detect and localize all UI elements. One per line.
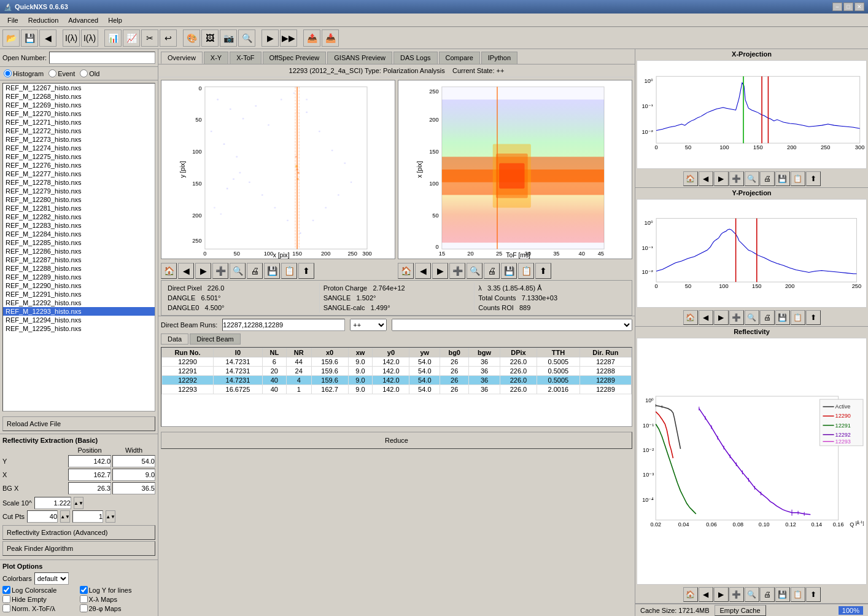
- x-position-input[interactable]: [68, 469, 111, 481]
- xp-mag-btn[interactable]: 🔍: [745, 171, 759, 186]
- rl-saveas-btn[interactable]: 📋: [791, 587, 805, 602]
- tab-ipython[interactable]: IPython: [481, 52, 517, 64]
- tab-xtof[interactable]: X-ToF: [230, 52, 261, 64]
- rl-cross-btn[interactable]: ➕: [729, 587, 744, 602]
- xp-fwd-btn[interactable]: ▶: [714, 171, 729, 186]
- lt-save-btn[interactable]: 💾: [264, 263, 280, 279]
- file-item[interactable]: REF_M_12283_histo.nxs: [3, 221, 155, 230]
- file-item[interactable]: REF_M_12285_histo.nxs: [3, 238, 155, 247]
- scale-input[interactable]: [34, 497, 71, 509]
- file-item[interactable]: REF_M_12282_histo.nxs: [3, 212, 155, 221]
- rt-save-btn[interactable]: 💾: [501, 263, 517, 279]
- tb-run2-btn[interactable]: ▶▶: [280, 29, 297, 47]
- rt-back-btn[interactable]: ◀: [415, 263, 431, 279]
- lt-print-btn[interactable]: 🖨: [247, 263, 263, 279]
- xp-up-btn[interactable]: ⬆: [806, 171, 821, 186]
- tb-iofq2-btn[interactable]: I(λ): [81, 29, 98, 47]
- file-item[interactable]: REF_M_12281_histo.nxs: [3, 204, 155, 212]
- radio-event[interactable]: Event: [48, 69, 75, 77]
- log-colorscale-check[interactable]: Log Colorscale: [2, 586, 79, 594]
- yp-home-btn[interactable]: 🏠: [683, 310, 698, 325]
- xp-save-btn[interactable]: 💾: [775, 171, 790, 186]
- lt-home-btn[interactable]: 🏠: [161, 263, 177, 279]
- radio-histogram[interactable]: Histogram: [4, 69, 44, 77]
- close-button[interactable]: ✕: [854, 2, 864, 11]
- lt-fwd-btn[interactable]: ▶: [195, 263, 211, 279]
- yp-print-btn[interactable]: 🖨: [760, 310, 775, 325]
- maximize-button[interactable]: □: [843, 2, 853, 11]
- file-item[interactable]: REF_M_12270_histo.nxs: [3, 109, 155, 118]
- table-row[interactable]: 1229214.7231404159.69.0142.054.02636226.…: [162, 376, 632, 385]
- rl-mag-btn[interactable]: 🔍: [745, 587, 759, 602]
- rl-up-btn[interactable]: ⬆: [806, 587, 821, 602]
- table-row[interactable]: 1229114.72312024159.69.0142.054.02636226…: [162, 367, 632, 376]
- cutpts-spinner2[interactable]: ▲▼: [106, 510, 115, 523]
- yp-save-btn[interactable]: 💾: [775, 310, 790, 325]
- xp-saveas-btn[interactable]: 📋: [791, 171, 805, 186]
- file-item[interactable]: REF_M_12279_histo.nxs: [3, 187, 155, 195]
- file-item[interactable]: REF_M_12268_histo.nxs: [3, 92, 155, 101]
- yp-saveas-btn[interactable]: 📋: [791, 310, 805, 325]
- file-item[interactable]: REF_M_12274_histo.nxs: [3, 144, 155, 152]
- cutpts-val1-input[interactable]: [27, 510, 58, 523]
- file-item[interactable]: REF_M_12271_histo.nxs: [3, 118, 155, 127]
- empty-cache-button[interactable]: Empty Cache: [715, 605, 766, 616]
- rt-print-btn[interactable]: 🖨: [484, 263, 500, 279]
- file-item[interactable]: REF_M_12278_histo.nxs: [3, 178, 155, 187]
- tb-zoom-btn[interactable]: 🔍: [238, 29, 255, 47]
- log-y-check[interactable]: Log Y for lines: [80, 586, 156, 594]
- rt-fwd-btn[interactable]: ▶: [432, 263, 448, 279]
- file-item[interactable]: REF_M_12291_histo.nxs: [3, 290, 155, 298]
- open-number-input[interactable]: [49, 52, 155, 64]
- lt-saveas-btn[interactable]: 📋: [281, 263, 297, 279]
- lt-back-btn[interactable]: ◀: [178, 263, 194, 279]
- yp-mag-btn[interactable]: 🔍: [745, 310, 759, 325]
- norm-check[interactable]: Norm. X-ToF/λ: [2, 604, 79, 612]
- file-item[interactable]: REF_M_12269_histo.nxs: [3, 101, 155, 109]
- reload-button[interactable]: Reload Active File: [2, 416, 155, 431]
- scale-spinner[interactable]: ▲▼: [74, 497, 83, 509]
- table-row[interactable]: 1229014.7231644159.69.0142.054.02636226.…: [162, 357, 632, 367]
- cutpts-spinner1[interactable]: ▲▼: [60, 510, 70, 523]
- file-item[interactable]: REF_M_12277_histo.nxs: [3, 170, 155, 178]
- direct-beam-input[interactable]: [222, 319, 345, 331]
- file-item[interactable]: REF_M_12294_histo.nxs: [3, 316, 155, 324]
- yp-back-btn[interactable]: ◀: [699, 310, 713, 325]
- xp-home-btn[interactable]: 🏠: [683, 171, 698, 186]
- rt-up-btn[interactable]: ⬆: [535, 263, 551, 279]
- bgx-position-input[interactable]: [68, 482, 111, 494]
- radio-old[interactable]: Old: [80, 69, 99, 77]
- polarization-select[interactable]: ++ +- -+ --: [350, 319, 387, 331]
- tb-color2-btn[interactable]: 🖼: [201, 29, 219, 47]
- y-position-input[interactable]: [68, 455, 111, 467]
- file-item[interactable]: REF_M_12267_histo.nxs: [3, 84, 155, 92]
- tb-cut-btn[interactable]: ✂: [141, 29, 158, 47]
- file-item[interactable]: REF_M_12292_histo.nxs: [3, 298, 155, 307]
- tb-back-btn[interactable]: ↩: [160, 29, 177, 47]
- rt-cross-btn[interactable]: ➕: [449, 263, 465, 279]
- rt-saveas-btn[interactable]: 📋: [518, 263, 534, 279]
- tb-color-btn[interactable]: 🎨: [183, 29, 200, 47]
- lt-cross-btn[interactable]: ➕: [212, 263, 228, 279]
- y-width-input[interactable]: [112, 455, 155, 467]
- file-item[interactable]: REF_M_12275_histo.nxs: [3, 152, 155, 161]
- tab-xy[interactable]: X-Y: [204, 52, 228, 64]
- tab-overview[interactable]: Overview: [161, 52, 203, 64]
- file-item[interactable]: REF_M_12287_histo.nxs: [3, 255, 155, 264]
- tb-save-btn[interactable]: 💾: [21, 29, 38, 47]
- data-tab-data[interactable]: Data: [161, 333, 188, 345]
- tb-refl2-btn[interactable]: 📈: [123, 29, 140, 47]
- yp-up-btn[interactable]: ⬆: [806, 310, 821, 325]
- tab-gisans[interactable]: GISANS Preview: [327, 52, 392, 64]
- file-item[interactable]: REF_M_12280_histo.nxs: [3, 195, 155, 204]
- xlambda-check[interactable]: X-λ Maps: [80, 595, 156, 603]
- menu-advanced[interactable]: Advanced: [63, 15, 103, 25]
- tb-export-btn[interactable]: 📤: [303, 29, 320, 47]
- tab-daslogs[interactable]: DAS Logs: [393, 52, 438, 64]
- tb-export2-btn[interactable]: 📥: [322, 29, 339, 47]
- hide-empty-check[interactable]: Hide Empty: [2, 595, 79, 603]
- yp-cross-btn[interactable]: ➕: [729, 310, 744, 325]
- x-width-input[interactable]: [112, 469, 155, 481]
- data-tab-direct-beam[interactable]: Direct Beam: [190, 333, 241, 345]
- xp-back-btn[interactable]: ◀: [699, 171, 713, 186]
